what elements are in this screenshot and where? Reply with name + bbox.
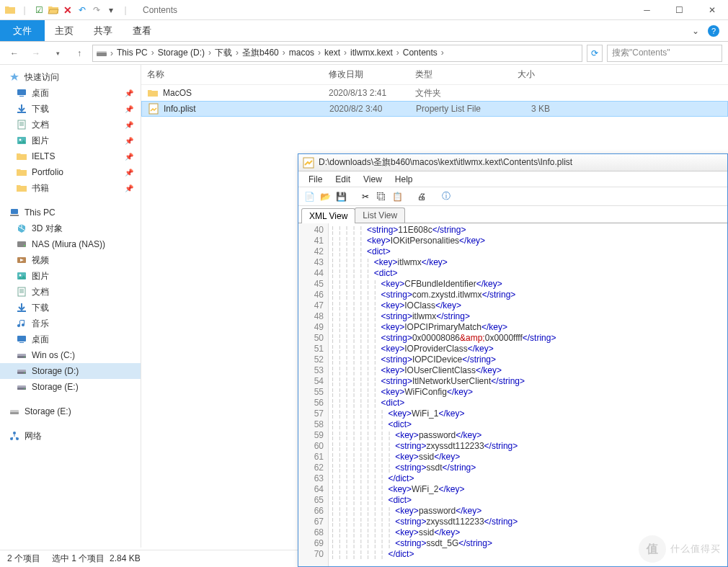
refresh-button[interactable]: ⟳: [587, 45, 603, 62]
sidebar-item[interactable]: 网络: [0, 428, 141, 444]
sidebar-item-label: 图片: [32, 135, 49, 147]
search-input[interactable]: 搜索"Contents": [607, 45, 722, 62]
undo-icon[interactable]: ↶: [76, 4, 88, 16]
sidebar-item[interactable]: 文档: [0, 284, 141, 300]
tab-share[interactable]: 共享: [84, 20, 123, 41]
sidebar-item[interactable]: 音乐: [0, 316, 141, 331]
chevron-icon[interactable]: ›: [281, 48, 287, 58]
editor-titlebar[interactable]: D:\downloads\圣旗b460\macos\kext\itlwmx.ke…: [298, 154, 727, 171]
sidebar-item[interactable]: 图片: [0, 268, 141, 284]
sidebar-item[interactable]: 桌面📌: [0, 85, 141, 101]
breadcrumb-seg[interactable]: 下载: [213, 48, 234, 58]
breadcrumb-seg[interactable]: This PC: [115, 48, 150, 58]
chevron-icon[interactable]: ›: [316, 48, 322, 58]
checkmark-icon[interactable]: ☑: [33, 4, 45, 16]
status-selected: 选中 1 个项目 2.84 KB: [52, 553, 141, 565]
sidebar-item[interactable]: 下载: [0, 300, 141, 316]
sidebar-item-label: 下载: [32, 103, 49, 115]
sidebar-item[interactable]: 快速访问: [0, 69, 141, 85]
sidebar-item[interactable]: 下载📌: [0, 101, 141, 117]
sidebar-item-label: Storage (D:): [32, 366, 79, 376]
sidebar-item[interactable]: 书籍📌: [0, 180, 141, 196]
sidebar[interactable]: 快速访问桌面📌下载📌文档📌图片📌IELTS📌Portfolio📌书籍📌This …: [0, 65, 141, 548]
col-name[interactable]: 名称: [147, 68, 329, 81]
editor-toolbar: 📄 📂 💾 ✂ ⿻ 📋 🖨 ⓘ: [298, 187, 727, 206]
menu-help[interactable]: Help: [389, 174, 419, 184]
svg-point-32: [13, 432, 16, 434]
open-icon[interactable]: 📂: [319, 190, 332, 203]
chevron-icon[interactable]: ›: [342, 48, 348, 58]
file-row[interactable]: MacOS2020/8/13 2:41文件夹: [141, 85, 728, 101]
breadcrumb[interactable]: › This PC›Storage (D:)›下载›圣旗b460›macos›k…: [92, 45, 582, 62]
sidebar-item-label: Win os (C:): [32, 350, 75, 360]
minimize-button[interactable]: ─: [631, 0, 663, 20]
sidebar-item[interactable]: This PC: [0, 205, 141, 220]
help-icon[interactable]: ?: [708, 25, 719, 37]
ribbon-expand-icon[interactable]: ⌄: [692, 26, 699, 36]
chevron-icon[interactable]: ›: [109, 48, 115, 58]
menu-view[interactable]: View: [358, 174, 388, 184]
watermark-text: 什么值得买: [670, 543, 721, 555]
maximize-button[interactable]: ☐: [663, 0, 696, 20]
paste-icon[interactable]: 📋: [391, 190, 404, 203]
chevron-icon[interactable]: ›: [207, 48, 213, 58]
sidebar-item[interactable]: Storage (E:): [0, 379, 141, 395]
sidebar-item[interactable]: NAS (Miura (NAS)): [0, 236, 141, 252]
sidebar-item-label: 下载: [32, 302, 49, 314]
forward-button[interactable]: →: [27, 45, 45, 62]
sidebar-item[interactable]: 图片📌: [0, 133, 141, 148]
redo-icon[interactable]: ↷: [91, 4, 102, 16]
sidebar-item[interactable]: IELTS📌: [0, 148, 141, 164]
menu-edit[interactable]: Edit: [329, 174, 356, 184]
chevron-icon[interactable]: ›: [150, 48, 156, 58]
recent-dropdown[interactable]: ▾: [49, 45, 66, 62]
copy-icon[interactable]: ⿻: [375, 190, 388, 203]
breadcrumb-seg[interactable]: kext: [322, 48, 342, 58]
col-size[interactable]: 大小: [506, 68, 549, 81]
print-icon[interactable]: 🖨: [415, 190, 428, 203]
tab-xml-view[interactable]: XML View: [301, 208, 355, 223]
col-type[interactable]: 类型: [415, 68, 506, 81]
sidebar-item[interactable]: Win os (C:): [0, 347, 141, 363]
chevron-icon[interactable]: ›: [234, 48, 240, 58]
sidebar-item[interactable]: Storage (E:): [0, 403, 141, 419]
tab-home[interactable]: 主页: [45, 20, 84, 41]
new-icon[interactable]: 📄: [303, 190, 316, 203]
menu-file[interactable]: File: [303, 174, 328, 184]
tab-view[interactable]: 查看: [123, 20, 161, 41]
breadcrumb-seg[interactable]: Contents: [401, 48, 440, 58]
sidebar-item-label: This PC: [25, 207, 56, 218]
svg-rect-29: [10, 412, 19, 414]
watermark-badge: 值: [639, 535, 666, 563]
sidebar-item-label: 网络: [25, 430, 42, 442]
save-icon[interactable]: 💾: [334, 190, 347, 203]
delete-icon[interactable]: ✕: [62, 4, 74, 16]
close-button[interactable]: ✕: [696, 0, 728, 20]
breadcrumb-seg[interactable]: 圣旗b460: [240, 48, 281, 58]
sidebar-item[interactable]: Portfolio📌: [0, 164, 141, 180]
breadcrumb-seg[interactable]: macos: [287, 48, 316, 58]
code-content[interactable]: ¦ ¦ ¦ ¦ ¦ <string>11E608c</string>¦ ¦ ¦ …: [329, 223, 727, 566]
chevron-icon[interactable]: ›: [395, 48, 401, 58]
sidebar-item[interactable]: 桌面: [0, 331, 141, 347]
breadcrumb-seg[interactable]: itlwmx.kext: [348, 48, 395, 58]
up-button[interactable]: ↑: [71, 45, 88, 62]
folder-open-icon[interactable]: [48, 4, 59, 16]
back-button[interactable]: ←: [6, 45, 23, 62]
sidebar-item[interactable]: 文档📌: [0, 117, 141, 133]
qat-dropdown-icon[interactable]: ▾: [105, 4, 117, 16]
tab-file[interactable]: 文件: [0, 20, 45, 41]
cut-icon[interactable]: ✂: [359, 190, 372, 203]
sidebar-item-label: Storage (E:): [25, 406, 71, 416]
info-icon[interactable]: ⓘ: [440, 190, 453, 203]
chevron-icon[interactable]: ›: [440, 48, 445, 58]
sidebar-item[interactable]: 3D 对象: [0, 220, 141, 236]
col-date[interactable]: 修改日期: [329, 68, 415, 81]
editor-code-area[interactable]: 4041424344454647484950515253545556575859…: [298, 223, 727, 566]
breadcrumb-seg[interactable]: Storage (D:): [156, 48, 207, 58]
sidebar-item[interactable]: 视频: [0, 252, 141, 268]
column-headers[interactable]: 名称 修改日期 类型 大小: [141, 65, 728, 85]
tab-list-view[interactable]: List View: [355, 207, 405, 223]
file-row[interactable]: Info.plist2020/8/2 3:40Property List Fil…: [141, 101, 728, 117]
sidebar-item[interactable]: Storage (D:): [0, 363, 141, 379]
